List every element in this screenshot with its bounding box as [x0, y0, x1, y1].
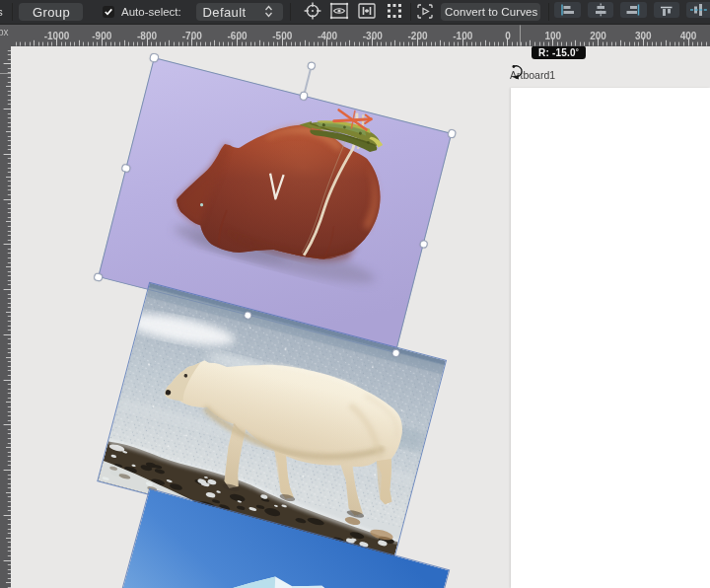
svg-text:-100: -100 — [453, 31, 472, 41]
svg-text:px: px — [0, 27, 9, 37]
svg-text:-900: -900 — [92, 31, 111, 41]
svg-text:-300: -300 — [363, 31, 383, 41]
svg-text:-500: -500 — [272, 31, 292, 41]
svg-text:0: 0 — [505, 31, 511, 41]
svg-text:300: 300 — [635, 31, 652, 41]
svg-text:-200: -200 — [407, 31, 427, 41]
svg-text:-1000: -1000 — [44, 31, 70, 41]
svg-text:200: 200 — [590, 31, 606, 41]
svg-text:-700: -700 — [182, 31, 202, 41]
svg-text:100: 100 — [544, 31, 561, 41]
svg-text:-800: -800 — [137, 31, 157, 41]
svg-text:-400: -400 — [318, 31, 337, 41]
svg-text:400: 400 — [680, 31, 697, 41]
svg-text:-600: -600 — [227, 31, 247, 41]
